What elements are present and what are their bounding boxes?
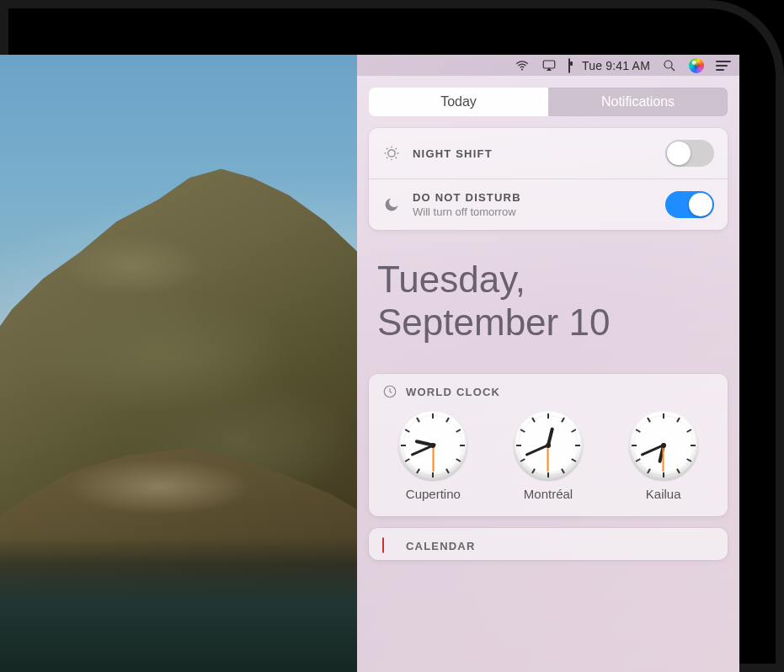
notification-center-panel: Today Notifications NIGHT SHIFT [357, 76, 739, 672]
clock-city-label: Cupertino [406, 487, 461, 501]
svg-point-2 [664, 61, 672, 68]
night-shift-label: NIGHT SHIFT [413, 147, 653, 160]
dnd-toggle[interactable] [665, 191, 714, 218]
spotlight-icon[interactable] [662, 58, 677, 73]
do-not-disturb-row: DO NOT DISTURB Will turn off tomorrow [369, 179, 728, 230]
desktop-wallpaper [0, 55, 357, 672]
clock-city-label: Kailua [646, 487, 681, 501]
today-date-line1: Tuesday, [377, 259, 719, 301]
clock-face [514, 411, 583, 480]
tab-notifications[interactable]: Notifications [548, 88, 728, 116]
night-shift-row: NIGHT SHIFT [369, 128, 728, 179]
night-shift-icon [382, 145, 401, 162]
battery-icon[interactable] [568, 59, 570, 72]
svg-point-0 [521, 68, 523, 70]
moon-icon [382, 196, 401, 213]
clock-icon [382, 384, 397, 399]
calendar-widget: CALENDAR [369, 528, 728, 560]
quick-toggles-card: NIGHT SHIFT DO NOT DISTURB Will turn off… [369, 128, 728, 230]
clock-city-label: Montréal [524, 487, 573, 501]
svg-point-3 [388, 150, 395, 157]
siri-icon[interactable] [689, 58, 704, 73]
today-notifications-segmented-control: Today Notifications [369, 88, 728, 116]
calendar-icon [382, 538, 397, 553]
screen-area: Tue 9:41 AM Today Notifications [0, 55, 739, 672]
tab-today[interactable]: Today [369, 88, 548, 116]
svg-rect-1 [543, 61, 555, 68]
device-bezel: Tue 9:41 AM Today Notifications [0, 0, 784, 672]
world-clock-label: WORLD CLOCK [406, 386, 500, 398]
wifi-icon[interactable] [515, 58, 530, 73]
night-shift-toggle[interactable] [665, 140, 714, 167]
world-clock-item: Kailua [617, 411, 710, 501]
menubar-clock[interactable]: Tue 9:41 AM [582, 59, 650, 72]
today-date-line2: September 10 [377, 301, 719, 344]
notification-center-icon[interactable] [716, 61, 731, 71]
today-date: Tuesday, September 10 [369, 230, 728, 362]
world-clock-item: Cupertino [387, 411, 479, 501]
world-clock-item: Montréal [502, 411, 595, 501]
clock-face [629, 411, 698, 480]
dnd-label: DO NOT DISTURB [413, 191, 653, 204]
menu-bar: Tue 9:41 AM [0, 55, 739, 76]
clock-face [398, 411, 467, 480]
airplay-icon[interactable] [541, 58, 557, 73]
world-clock-widget: WORLD CLOCK CupertinoMontréalKailua [369, 374, 728, 516]
dnd-subtitle: Will turn off tomorrow [413, 205, 653, 218]
calendar-label: CALENDAR [406, 540, 476, 552]
